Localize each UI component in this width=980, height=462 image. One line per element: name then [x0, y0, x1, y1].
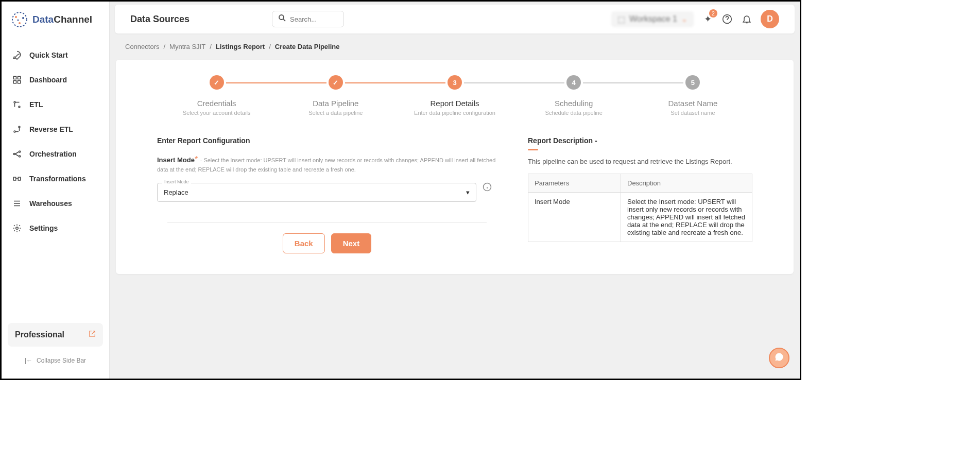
- step-credentials[interactable]: ✓ Credentials Select your account detail…: [157, 75, 276, 116]
- desc-title: Report Description -: [528, 136, 752, 145]
- rocket-icon: [12, 50, 22, 60]
- avatar[interactable]: D: [761, 10, 779, 28]
- nav: Quick Start Dashboard ETL Reverse ETL Or…: [2, 39, 109, 323]
- nav-settings[interactable]: Settings: [7, 217, 104, 239]
- collapse-label: Collapse Side Bar: [37, 357, 86, 364]
- svg-point-15: [19, 156, 21, 157]
- transform-icon: [12, 174, 22, 184]
- float-label: Insert Mode: [162, 179, 191, 184]
- params-table: ParametersDescription Insert ModeSelect …: [528, 174, 752, 242]
- plan-card[interactable]: Professional: [8, 323, 103, 347]
- workspace-icon: ⬚: [617, 14, 625, 24]
- nav-warehouses[interactable]: Warehouses: [7, 192, 104, 215]
- info-icon[interactable]: [483, 182, 492, 194]
- table-row: Insert ModeSelect the Insert mode: UPSER…: [528, 193, 752, 242]
- required-mark: *: [195, 155, 198, 164]
- collapse-icon: |←: [25, 357, 32, 364]
- td-desc: Select the Insert mode: UPSERT will inse…: [621, 193, 752, 242]
- nav-label: Transformations: [29, 175, 86, 183]
- step-data-pipeline[interactable]: ✓ Data Pipeline Select a data pipeline: [276, 75, 395, 116]
- reverse-etl-icon: [12, 124, 22, 134]
- section-title: Enter Report Configuration: [157, 136, 497, 145]
- svg-point-11: [14, 131, 15, 132]
- back-button[interactable]: Back: [283, 233, 325, 253]
- nav-orchestration[interactable]: Orchestration: [7, 143, 104, 165]
- nav-label: Dashboard: [29, 76, 67, 84]
- nav-transformations[interactable]: Transformations: [7, 167, 104, 190]
- th-desc: Description: [621, 174, 752, 193]
- svg-rect-6: [18, 76, 21, 79]
- flow-icon: [12, 149, 22, 159]
- sidebar: DataChannel Quick Start Dashboard ETL Re…: [2, 2, 110, 379]
- svg-point-18: [16, 227, 19, 230]
- breadcrumbs: Connectors/ Myntra SJIT/ Listings Report…: [110, 33, 800, 60]
- collapse-sidebar[interactable]: |← Collapse Side Bar: [2, 352, 109, 369]
- nav-label: Quick Start: [29, 51, 68, 59]
- svg-point-2: [22, 17, 24, 19]
- svg-point-3: [19, 22, 21, 24]
- step-dataset-name[interactable]: 5 Dataset Name Set dataset name: [633, 75, 752, 116]
- crumb[interactable]: Listings Report: [216, 43, 265, 50]
- nav-reverse-etl[interactable]: Reverse ETL: [7, 118, 104, 141]
- svg-point-13: [13, 153, 15, 155]
- insert-mode-select[interactable]: Replace ▾: [157, 183, 476, 202]
- logo[interactable]: DataChannel: [2, 11, 109, 39]
- desc-text: This pipeline can be used to request and…: [528, 158, 752, 165]
- nav-label: Orchestration: [29, 150, 77, 158]
- search-input[interactable]: [290, 15, 336, 23]
- check-icon: ✓: [210, 75, 224, 90]
- form-right: Report Description - This pipeline can b…: [528, 136, 752, 253]
- step-connector: [583, 82, 683, 83]
- sparkle-icon[interactable]: ✦2: [702, 13, 713, 25]
- crumb[interactable]: Connectors: [125, 43, 159, 50]
- grid-icon: [12, 75, 22, 85]
- svg-point-12: [19, 126, 20, 128]
- chevron-down-icon: ▾: [466, 189, 470, 196]
- search-box[interactable]: [272, 11, 344, 27]
- nav-etl[interactable]: ETL: [7, 93, 104, 116]
- check-icon: ✓: [329, 75, 343, 90]
- svg-rect-17: [18, 177, 21, 180]
- external-link-icon: [89, 330, 96, 339]
- help-icon[interactable]: [721, 13, 733, 25]
- workspace-selector[interactable]: ⬚ Workspace 1 ⌄: [611, 11, 694, 27]
- search-icon: [278, 13, 287, 25]
- gear-icon: [12, 223, 22, 233]
- field-block: Insert Mode* - Select the Insert mode: U…: [157, 155, 497, 174]
- step-connector: [345, 82, 445, 83]
- step-scheduling[interactable]: 4 Scheduling Schedule data pipeline: [514, 75, 633, 116]
- nav-label: Settings: [29, 224, 58, 232]
- next-button[interactable]: Next: [331, 233, 372, 253]
- svg-point-4: [18, 20, 19, 21]
- svg-rect-8: [18, 81, 21, 83]
- crumb[interactable]: Myntra SJIT: [169, 43, 205, 50]
- topbar: Data Sources ⬚ Workspace 1 ⌄ ✦2 D: [115, 5, 795, 33]
- database-icon: [12, 198, 22, 209]
- logo-icon: [11, 11, 28, 28]
- step-number: 5: [685, 75, 700, 90]
- svg-rect-7: [13, 81, 16, 83]
- nav-quick-start[interactable]: Quick Start: [7, 44, 104, 66]
- bell-icon[interactable]: [741, 13, 752, 25]
- svg-rect-5: [13, 76, 16, 79]
- field-help: - Select the Insert mode: UPSERT will in…: [157, 157, 495, 173]
- main: Data Sources ⬚ Workspace 1 ⌄ ✦2 D Connec…: [110, 2, 800, 379]
- nav-dashboard[interactable]: Dashboard: [7, 69, 104, 91]
- step-report-details[interactable]: 3 Report Details Enter data pipeline con…: [395, 75, 514, 116]
- plan-label: Professional: [15, 330, 64, 339]
- crumb-current: Create Data Pipeline: [275, 43, 340, 50]
- chevron-down-icon: ⌄: [681, 15, 687, 23]
- nav-label: ETL: [29, 100, 43, 109]
- badge-count: 2: [709, 9, 717, 18]
- nav-label: Reverse ETL: [29, 125, 73, 133]
- step-connector: [464, 82, 564, 83]
- form-left: Enter Report Configuration Insert Mode* …: [157, 136, 497, 253]
- stepper: ✓ Credentials Select your account detail…: [116, 75, 794, 116]
- divider: [167, 223, 487, 223]
- svg-point-0: [12, 12, 27, 27]
- select-wrap: Insert Mode Replace ▾: [157, 183, 476, 202]
- svg-point-9: [14, 101, 15, 103]
- chat-fab[interactable]: [769, 348, 789, 368]
- th-params: Parameters: [528, 174, 621, 193]
- step-number: 4: [566, 75, 581, 90]
